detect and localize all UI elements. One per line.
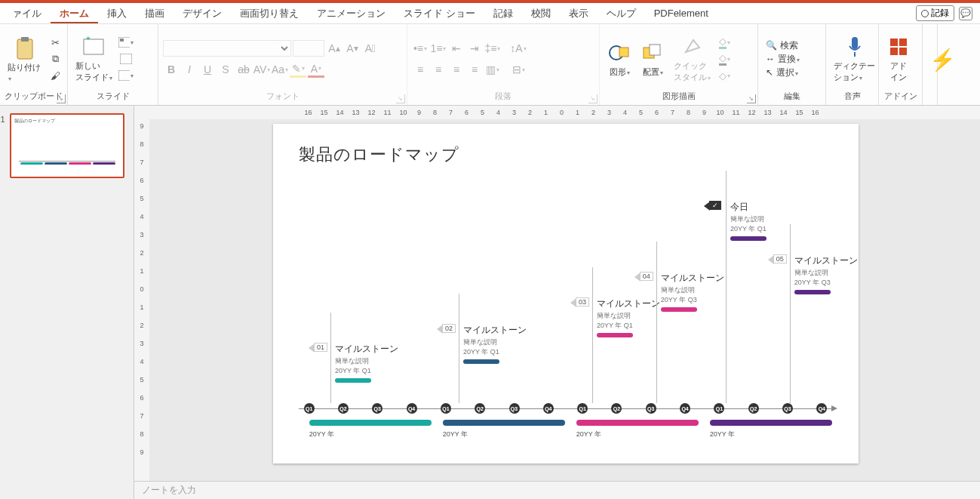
year-bar xyxy=(576,420,699,426)
roadmap-chart[interactable]: Q1Q2Q3Q4Q1Q2Q3Q4Q1Q2Q3Q4Q1Q2Q3Q420YY 年20… xyxy=(299,184,833,441)
decrease-indent-button[interactable]: ⇤ xyxy=(448,40,465,57)
milestone[interactable]: 04マイルストーン簡単な説明20YY 年 Q3 xyxy=(661,272,789,312)
reset-icon[interactable] xyxy=(118,51,134,66)
tab-view[interactable]: 表示 xyxy=(560,4,598,23)
dictate-button[interactable]: ディクテー ション xyxy=(831,33,878,85)
font-size-input[interactable] xyxy=(293,40,324,57)
cut-icon[interactable]: ✂ xyxy=(48,35,63,50)
tab-review[interactable]: 校閲 xyxy=(522,4,560,23)
paragraph-launcher[interactable] xyxy=(588,94,598,103)
milestone[interactable]: 02マイルストーン簡単な説明20YY 年 Q1 xyxy=(463,324,591,364)
replace-button[interactable]: ↔置換 xyxy=(763,53,803,66)
quarter-marker: Q3 xyxy=(372,403,382,414)
milestone[interactable]: 01マイルストーン簡単な説明20YY 年 Q1 xyxy=(335,343,463,383)
change-case-button[interactable]: Aa xyxy=(272,61,288,78)
shapes-button[interactable]: 図形 xyxy=(604,39,634,79)
tab-home[interactable]: ホーム xyxy=(51,4,98,23)
find-button[interactable]: 🔍検索 xyxy=(763,39,803,52)
justify-button[interactable]: ≡ xyxy=(466,61,483,78)
tab-slideshow[interactable]: スライド ショー xyxy=(395,4,484,23)
tab-record[interactable]: 記録 xyxy=(484,4,522,23)
font-name-select[interactable] xyxy=(163,40,291,57)
font-color-button[interactable]: A xyxy=(308,61,324,78)
strike-button[interactable]: ab xyxy=(235,61,252,78)
shape-fill-button[interactable]: ◇ xyxy=(717,35,732,50)
format-painter-icon[interactable]: 🖌 xyxy=(48,68,63,83)
paste-button[interactable]: 貼り付け xyxy=(5,35,45,84)
milestone-bar xyxy=(794,290,831,294)
increase-indent-button[interactable]: ⇥ xyxy=(466,40,483,57)
numbering-button[interactable]: 1≡ xyxy=(430,40,447,57)
tab-draw[interactable]: 描画 xyxy=(136,4,174,23)
align-right-button[interactable]: ≡ xyxy=(448,61,465,78)
clipboard-launcher[interactable] xyxy=(57,94,66,103)
addins-button[interactable]: アド イン xyxy=(883,33,914,85)
tab-design[interactable]: デザイン xyxy=(174,4,231,23)
text-direction-button[interactable]: ↕A xyxy=(510,40,527,57)
char-spacing-button[interactable]: AV xyxy=(253,61,270,78)
shape-outline-button[interactable]: ◇ xyxy=(717,51,732,66)
shape-effects-button[interactable]: ◇ xyxy=(717,68,732,83)
group-label-addin: アドイン xyxy=(883,91,917,103)
arrange-button[interactable]: 配置 xyxy=(637,39,668,79)
milestone-date: 20YY 年 Q3 xyxy=(661,295,789,305)
columns-button[interactable]: ▥ xyxy=(484,61,501,78)
decrease-font-icon[interactable]: A▾ xyxy=(344,40,361,57)
slide-thumbnail-1[interactable]: 1 製品のロードマップ xyxy=(10,113,124,178)
layout-icon[interactable] xyxy=(118,35,134,50)
slide-title[interactable]: 製品のロードマップ xyxy=(299,143,833,166)
align-left-button[interactable]: ≡ xyxy=(412,61,429,78)
highlight-color-button[interactable]: ✎ xyxy=(290,61,306,78)
tab-file[interactable]: ァイル xyxy=(3,4,51,23)
tab-transitions[interactable]: 画面切り替え xyxy=(231,4,308,23)
clear-format-icon[interactable]: A⃠ xyxy=(362,40,379,57)
milestone-date: 20YY 年 Q1 xyxy=(730,224,859,234)
drawing-launcher[interactable] xyxy=(747,94,756,103)
milestone-title: マイルストーン xyxy=(335,343,463,356)
milestone[interactable]: 05マイルストーン簡単な説明20YY 年 Q3 xyxy=(794,254,923,294)
shadow-button[interactable]: S xyxy=(217,61,234,78)
quarter-marker: Q4 xyxy=(680,403,690,414)
milestone-stem xyxy=(656,242,657,403)
quarter-marker: Q1 xyxy=(714,403,724,414)
more-button[interactable]: ⚡ xyxy=(927,47,957,74)
align-text-button[interactable]: ⊟ xyxy=(510,61,527,78)
tab-insert[interactable]: 挿入 xyxy=(98,4,136,23)
italic-button[interactable]: I xyxy=(181,61,198,78)
slide-thumbnails-pane[interactable]: 1 製品のロードマップ xyxy=(0,106,134,499)
notes-pane[interactable]: ノートを入力 xyxy=(134,481,980,499)
copy-icon[interactable]: ⧉ xyxy=(48,51,63,66)
align-center-button[interactable]: ≡ xyxy=(430,61,447,78)
shapes-icon xyxy=(607,41,631,65)
quick-styles-button[interactable]: クイック スタイル xyxy=(671,33,714,85)
slide-1[interactable]: 製品のロードマップ Q1Q2Q3Q4Q1Q2Q3Q4Q1Q2Q3Q4Q1Q2Q3… xyxy=(273,124,859,464)
svg-rect-9 xyxy=(619,48,628,57)
milestone-flag: 05 xyxy=(773,254,787,263)
underline-button[interactable]: U xyxy=(199,61,216,78)
tab-help[interactable]: ヘルプ xyxy=(598,4,645,23)
section-icon[interactable] xyxy=(118,68,134,83)
bullets-button[interactable]: •≡ xyxy=(412,40,429,57)
font-launcher[interactable] xyxy=(396,94,405,103)
line-spacing-button[interactable]: ‡≡ xyxy=(484,40,501,57)
microphone-icon xyxy=(843,35,867,59)
tab-animations[interactable]: アニメーション xyxy=(308,4,395,23)
bold-button[interactable]: B xyxy=(163,61,180,78)
select-button[interactable]: ↖選択 xyxy=(763,66,803,79)
slide-area[interactable]: 製品のロードマップ Q1Q2Q3Q4Q1Q2Q3Q4Q1Q2Q3Q4Q1Q2Q3… xyxy=(134,119,980,481)
new-slide-button[interactable]: + 新しい スライド xyxy=(72,33,115,85)
clipboard-icon xyxy=(13,36,37,60)
tab-pdfelement[interactable]: PDFelement xyxy=(645,5,717,22)
increase-font-icon[interactable]: A▴ xyxy=(326,40,343,57)
milestone[interactable]: ✓今日簡単な説明20YY 年 Q1 xyxy=(730,201,859,241)
milestone-date: 20YY 年 Q3 xyxy=(794,278,923,288)
svg-rect-15 xyxy=(899,39,907,46)
milestone-bar xyxy=(730,236,766,241)
milestone-bar xyxy=(661,307,697,312)
milestone-sub: 簡単な説明 xyxy=(730,214,859,224)
record-button[interactable]: 記録 xyxy=(916,5,954,21)
year-label: 20YY 年 xyxy=(576,430,601,439)
milestone-stem xyxy=(592,267,593,403)
comments-button[interactable]: 💬 xyxy=(959,7,972,20)
vertical-ruler: 9876543210123456789 xyxy=(134,119,149,481)
